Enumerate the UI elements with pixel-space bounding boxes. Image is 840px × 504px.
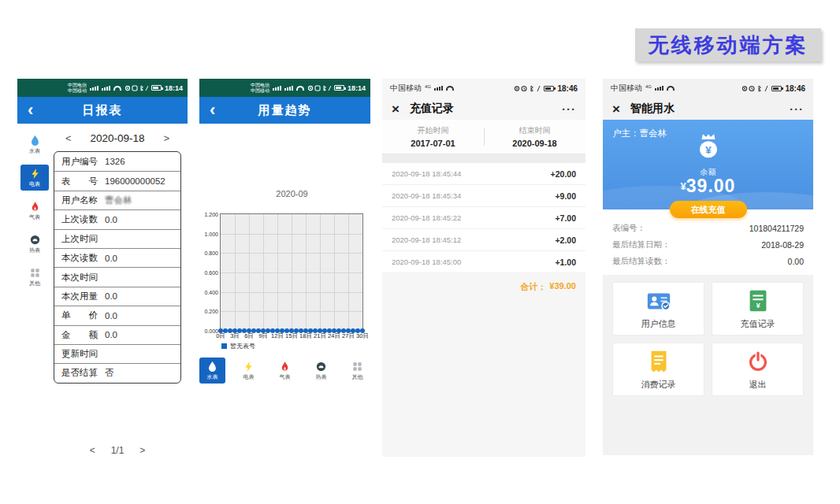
status-time: 18:46: [785, 84, 805, 93]
total-label: 合计：: [520, 281, 546, 293]
info-row: 表编号：101804211729: [612, 223, 804, 234]
lightning-bolt-icon: [29, 168, 41, 180]
menu-grid: 用户信息 ¥ 充值记录 消费记录: [612, 282, 804, 396]
start-date-picker[interactable]: 开始时间 2017-07-01: [382, 120, 484, 154]
wifi-icon: [667, 86, 675, 91]
app-header: × 充值记录 ···: [382, 98, 585, 120]
sidebar-item-water-meter[interactable]: 水表: [20, 132, 49, 158]
menu-user-info[interactable]: 用户信息: [612, 282, 704, 335]
total-row: 合计： ¥39.00: [382, 273, 585, 293]
presentation-canvas: 无线移动端方案 中国电信 中国移动 18:14 ‹ 日报表: [0, 0, 840, 504]
status-misc-icons: [742, 85, 768, 92]
sidebar-item-gas-meter[interactable]: 气表: [20, 198, 49, 224]
power-icon: [745, 348, 771, 375]
form-row: 更新时间: [54, 344, 180, 363]
menu-label: 用户信息: [641, 318, 676, 330]
v-gridline: [235, 214, 236, 331]
legend-label: 暂无表号: [230, 342, 255, 350]
end-date-value: 2020-09-18: [512, 139, 556, 148]
v-gridline: [292, 214, 292, 331]
form-row-value: 1326: [105, 157, 125, 166]
status-misc-icons: [307, 85, 331, 91]
sidebar-item-other[interactable]: 其他: [20, 264, 49, 290]
sidebar-item-heat-meter[interactable]: 热表: [20, 231, 49, 257]
more-menu-button[interactable]: ···: [790, 102, 804, 116]
tab-label: 电表: [236, 373, 262, 381]
next-day-button[interactable]: >: [164, 132, 170, 144]
record-time: 2020-09-18 18:45:12: [392, 235, 461, 244]
info-row: 最后结算读数：0.00: [612, 256, 804, 267]
menu-label: 充值记录: [741, 318, 775, 330]
selected-date[interactable]: 2020-09-18: [90, 132, 144, 144]
record-amount: +7.00: [555, 213, 576, 223]
pagination: < 1/1 >: [54, 445, 181, 456]
menu-consumption-records[interactable]: 消费记录: [612, 343, 704, 396]
end-date-picker[interactable]: 结束时间 2020-09-18: [484, 120, 585, 154]
date-range-filter: 开始时间 2017-07-01 结束时间 2020-09-18: [382, 120, 585, 154]
v-gridline: [334, 214, 335, 331]
tab-label: 气表: [272, 373, 298, 381]
close-button[interactable]: ×: [612, 102, 620, 116]
prev-day-button[interactable]: <: [65, 132, 72, 144]
daily-report-body: 水表 电表 气表 热表 其他: [17, 124, 188, 457]
tab-water-meter[interactable]: 水表: [199, 358, 225, 384]
status-time: 18:46: [557, 84, 578, 93]
sidebar-item-electric-meter[interactable]: 电表: [20, 165, 49, 191]
info-label: 最后结算读数：: [612, 256, 671, 267]
tab-gas-meter[interactable]: 气表: [272, 358, 298, 384]
form-row-value: 0.0: [105, 291, 117, 301]
menu-exit[interactable]: 退出: [712, 343, 804, 396]
x-axis-tick-label: 21日: [314, 332, 326, 340]
tab-electric-meter[interactable]: 电表: [236, 358, 262, 384]
back-button[interactable]: ‹: [210, 102, 215, 119]
meter-type-sidebar: 水表 电表 气表 热表 其他: [17, 124, 52, 457]
status-bar: 中国移动 4G 18:46: [603, 79, 813, 98]
record-list: 2020-09-18 18:45:44+20.00 2020-09-18 18:…: [382, 163, 585, 273]
currency-symbol: ¥: [681, 180, 686, 192]
tab-other[interactable]: 其他: [344, 358, 370, 384]
back-button[interactable]: ‹: [28, 102, 33, 119]
tab-heat-meter[interactable]: 热表: [308, 358, 334, 384]
carrier-label: 中国移动: [390, 83, 422, 94]
trend-body: 2020-09 1.2001.0000.8000.6000.4000.2000.…: [199, 189, 370, 457]
status-bar: 中国电信 中国移动 18:14: [17, 79, 188, 97]
status-bar: 中国移动 4G 18:46: [382, 79, 585, 98]
app-header: × 智能用水 ···: [603, 98, 813, 120]
online-recharge-button[interactable]: 在线充值: [670, 201, 747, 218]
close-button[interactable]: ×: [392, 102, 400, 116]
page-title: 日报表: [83, 103, 123, 118]
wifi-icon: [446, 86, 454, 91]
flame-icon: [279, 361, 291, 372]
record-time: 2020-09-18 18:45:22: [392, 213, 461, 222]
phone-daily-report: 中国电信 中国移动 18:14 ‹ 日报表 水: [17, 79, 188, 457]
owner-line: 户主： 曹会林: [612, 128, 667, 139]
form-row: 金 额0.0: [54, 325, 180, 344]
menu-recharge-records[interactable]: ¥ 充值记录: [712, 282, 804, 335]
signal-bars-icon: [90, 86, 98, 91]
status-time: 18:14: [348, 84, 366, 92]
filter-divider: [484, 128, 485, 146]
v-gridline: [306, 214, 307, 331]
next-page-button[interactable]: >: [139, 445, 145, 456]
lightning-bolt-icon: [243, 361, 255, 372]
x-axis-tick-label: 24日: [328, 332, 340, 340]
record-amount: +1.00: [555, 258, 576, 267]
carrier-2: 中国移动: [68, 88, 87, 94]
status-time: 18:14: [165, 84, 183, 92]
more-menu-button[interactable]: ···: [562, 102, 576, 116]
prev-page-button[interactable]: <: [90, 445, 95, 456]
wifi-icon: [296, 86, 304, 91]
battery-icon: [334, 85, 344, 91]
info-label: 表编号：: [612, 223, 645, 234]
balance-card: 户主： 曹会林 ¥ 余额 ¥39.00 在线充值: [603, 120, 813, 209]
sidebar-item-label: 水表: [20, 147, 49, 155]
amount-value: 39.00: [686, 176, 736, 196]
chart-plot: 1.2001.0000.8000.6000.4000.2000.0000日3日6…: [220, 213, 363, 332]
form-row-label: 是否结算: [61, 367, 98, 379]
slide-title: 无线移动端方案: [649, 32, 808, 59]
record-row: 2020-09-18 18:45:00+1.00: [382, 251, 585, 273]
carrier-labels: 中国电信 中国移动: [251, 83, 269, 94]
sidebar-item-label: 其他: [20, 280, 49, 287]
record-row: 2020-09-18 18:45:22+7.00: [382, 207, 585, 229]
form-row-label: 用户名称: [61, 195, 98, 206]
